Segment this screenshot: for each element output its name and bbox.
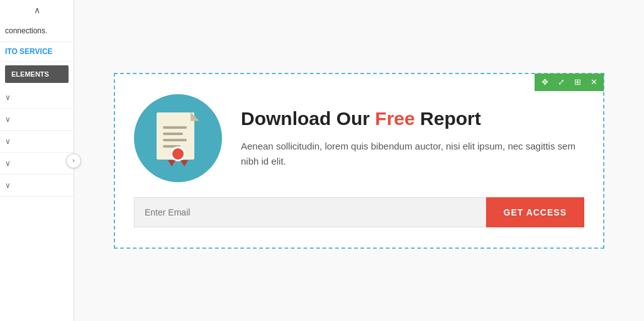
sidebar-collapse-list: ∨ ∨ ∨ ∨ ∨ xyxy=(0,87,74,197)
badge-circle xyxy=(170,146,186,161)
widget-toolbar: ✥ ⤢ ⊞ ✕ xyxy=(535,73,604,91)
sidebar-row-3[interactable]: ∨ xyxy=(0,131,74,153)
move-icon[interactable]: ✥ xyxy=(537,75,552,90)
headline-part2: Report xyxy=(415,108,481,129)
sidebar-service-link[interactable]: ITO SERVICE xyxy=(0,42,74,62)
report-icon-circle xyxy=(134,94,222,182)
sidebar-elements-button[interactable]: ELEMENTS xyxy=(5,65,69,83)
doc-fold xyxy=(191,112,199,121)
widget-cta-row: GET ACCESS xyxy=(134,197,584,227)
settings-icon[interactable]: ⊞ xyxy=(570,75,585,90)
widget-headline: Download Our Free Report xyxy=(241,107,584,130)
widget-container: ✥ ⤢ ⊞ ✕ xyxy=(114,73,604,249)
close-icon[interactable]: ✕ xyxy=(586,75,601,90)
widget-description: Aenean sollicitudin, lorem quis bibendum… xyxy=(241,139,584,169)
sidebar-connections-text: connections. xyxy=(0,20,74,42)
doc-line xyxy=(163,126,187,129)
chevron-down-icon: ∨ xyxy=(5,137,11,146)
headline-free: Free xyxy=(375,108,414,129)
doc-lines xyxy=(163,126,187,148)
sidebar-scroll-up[interactable]: ∧ xyxy=(0,0,74,20)
chevron-down-icon: ∨ xyxy=(5,115,11,124)
doc-line xyxy=(163,133,183,135)
badge-icon xyxy=(170,146,186,161)
ribbon-right xyxy=(180,160,188,166)
sidebar: ∧ connections. ITO SERVICE ELEMENTS ∨ ∨ … xyxy=(0,0,74,321)
ribbon-left xyxy=(168,160,175,166)
headline-part1: Download Our xyxy=(241,108,375,129)
chevron-down-icon: ∨ xyxy=(5,159,11,168)
chevron-up-icon: ∧ xyxy=(34,5,40,15)
chevron-down-icon: ∨ xyxy=(5,93,11,102)
get-access-button[interactable]: GET ACCESS xyxy=(486,197,585,227)
sidebar-row-1[interactable]: ∨ xyxy=(0,87,74,109)
main-content: ✥ ⤢ ⊞ ✕ xyxy=(74,0,644,321)
sidebar-edge-collapse-button[interactable]: › xyxy=(66,153,81,168)
email-input[interactable] xyxy=(134,197,486,227)
widget-inner: Download Our Free Report Aenean sollicit… xyxy=(134,94,584,182)
resize-icon[interactable]: ⤢ xyxy=(553,75,569,90)
chevron-down-icon: ∨ xyxy=(5,181,11,190)
sidebar-row-4[interactable]: ∨ xyxy=(0,153,74,175)
document-icon xyxy=(157,112,199,164)
widget-text-content: Download Our Free Report Aenean sollicit… xyxy=(241,107,584,169)
doc-line xyxy=(163,139,187,141)
sidebar-row-5[interactable]: ∨ xyxy=(0,175,74,197)
sidebar-row-2[interactable]: ∨ xyxy=(0,109,74,131)
